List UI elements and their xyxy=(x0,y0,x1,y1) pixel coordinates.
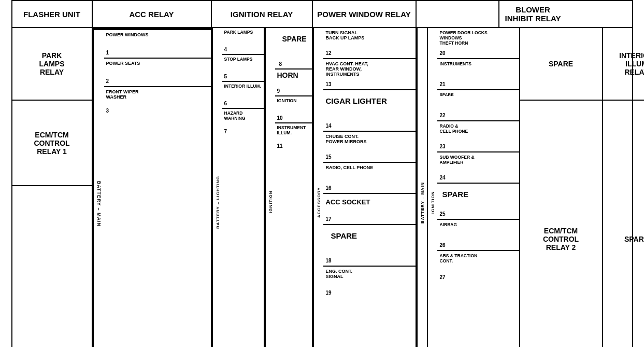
list-item: POWER WINDOWS 1 xyxy=(104,30,211,59)
list-item: ABS & TRACTIONCONT. 27 xyxy=(437,251,519,282)
col-far-right: INTERIORILLUMRELAY SPARE xyxy=(603,28,645,347)
list-item: STOP LAMPS 5 xyxy=(222,55,264,82)
header-blower: BLOWER INHIBIT RELAY xyxy=(499,1,567,27)
ignition-relay-cells: TURN SIGNALBACK UP LAMPS 12 HVAC CONT. H… xyxy=(323,28,416,347)
list-item: HAZARD WARNING 7 xyxy=(222,109,264,136)
list-item: HVAC CONT. HEAT,REAR WINDOW,INSTRUMENTS … xyxy=(323,59,416,90)
list-item: POWER SEATS 2 xyxy=(104,59,211,87)
accessory-label: ACCESSORY xyxy=(313,28,323,347)
list-item: RADIO &CELL PHONE 23 xyxy=(437,121,519,152)
list-item: INSTRUMENTS 21 xyxy=(437,59,519,90)
ignition-sub-col: IGNITION SPARE 8 HORN 9 xyxy=(265,28,312,347)
battery-lighting-area: BATTERY – LIGHTING PARK LAMPS 4 STOP LAM… xyxy=(212,28,265,347)
ecm-tcm-relay2: ECM/TCMCONTROLRELAY 2 xyxy=(520,101,602,347)
acc-bottom-area: BATTERY – MAIN POWER WINDOWS 1 POWER SEA… xyxy=(93,29,211,347)
power-window-cells: POWER DOOR LOCKSWINDOWSTHEFT HORN 20 INS… xyxy=(437,28,519,347)
list-item: INSTRUMENT ILLUM. 11 xyxy=(275,123,312,150)
ignition2-label: IGNITION xyxy=(427,28,437,347)
battery-lighting-label: BATTERY – LIGHTING xyxy=(212,28,222,347)
park-lamps-relay: PARKLAMPSRELAY xyxy=(12,28,92,101)
battery-main-label: BATTERY – MAIN xyxy=(93,30,104,347)
header-ecm-tcm-right xyxy=(417,1,499,27)
list-item: ACC SOCKET 17 xyxy=(323,194,416,225)
fuse-diagram: FLASHER UNIT ACC RELAY IGNITION RELAY PO… xyxy=(11,0,633,347)
ign-label-area: IGNITION SPARE 8 HORN 9 xyxy=(265,28,312,347)
col-battery-ign: BATTERY – LIGHTING PARK LAMPS 4 STOP LAM… xyxy=(212,28,313,347)
battery-main-items: POWER WINDOWS 1 POWER SEATS 2 FRONT WIPE… xyxy=(104,30,211,347)
spare-cell-right: SPARE xyxy=(520,28,602,101)
ecm-tcm-relay1: ECM/TCMCONTROLRELAY 1 xyxy=(12,101,92,186)
list-item: INTERIOR ILLUM. 6 xyxy=(222,82,264,109)
col-flasher: PARKLAMPSRELAY ECM/TCMCONTROLRELAY 1 xyxy=(12,28,93,347)
header-ignition: IGNITION RELAY xyxy=(212,1,313,27)
list-item: SPARE 22 xyxy=(437,90,519,121)
interior-illum-relay: INTERIORILLUMRELAY xyxy=(603,28,645,101)
ignition-label: IGNITION xyxy=(265,28,275,347)
list-item: SPARE 8 xyxy=(275,28,312,70)
battery-lighting-cells: PARK LAMPS 4 STOP LAMPS 5 INTERIOR ILLUM… xyxy=(222,28,264,347)
ignition-cells: SPARE 8 HORN 9 IGNITION 10 xyxy=(275,28,312,347)
list-item: SPARE 25 xyxy=(437,184,519,220)
col-ignition-relay: ACCESSORY TURN SIGNALBACK UP LAMPS 12 HV… xyxy=(313,28,417,347)
header-row: FLASHER UNIT ACC RELAY IGNITION RELAY PO… xyxy=(12,1,632,28)
ignition-relay-inner: ACCESSORY TURN SIGNALBACK UP LAMPS 12 HV… xyxy=(313,28,416,347)
list-item: TURN SIGNALBACK UP LAMPS 12 xyxy=(323,28,416,59)
col-power-window: BATTERY – MAIN IGNITION POWER DOOR LOCKS… xyxy=(417,28,520,347)
flasher-bottom xyxy=(12,186,92,347)
battery-main2-label: BATTERY – MAIN xyxy=(417,28,427,347)
list-item: POWER DOOR LOCKSWINDOWSTHEFT HORN 20 xyxy=(437,28,519,59)
col-right: SPARE ECM/TCMCONTROLRELAY 2 xyxy=(520,28,603,347)
col-acc: BATTERY – MAIN POWER WINDOWS 1 POWER SEA… xyxy=(93,28,212,347)
list-item: CIGAR LIGHTER 14 xyxy=(323,90,416,132)
header-power-window: POWER WINDOW RELAY xyxy=(313,1,417,27)
list-item: CRUISE CONT.POWER MIRRORS 15 xyxy=(323,132,416,163)
bl-ign-area: BATTERY – LIGHTING PARK LAMPS 4 STOP LAM… xyxy=(212,28,312,347)
list-item: FRONT WIPERWASHER 3 xyxy=(104,87,211,116)
list-item: RADIO, CELL PHONE 16 xyxy=(323,163,416,194)
header-flasher: FLASHER UNIT xyxy=(12,1,93,27)
spare-far-right: SPARE xyxy=(603,101,645,347)
list-item: SUB WOOFER &AMPLIFIER 24 xyxy=(437,152,519,184)
list-item: HORN 9 xyxy=(275,70,312,96)
list-item: IGNITION 10 xyxy=(275,96,312,123)
list-item: SPARE 18 xyxy=(323,225,416,267)
list-item: AIRBAG 26 xyxy=(437,220,519,251)
main-area: PARKLAMPSRELAY ECM/TCMCONTROLRELAY 1 BAT… xyxy=(12,28,632,347)
list-item: PARK LAMPS 4 xyxy=(222,28,264,55)
header-acc: ACC RELAY xyxy=(93,1,212,27)
list-item: ENG. CONT.SIGNAL 19 xyxy=(323,267,416,298)
